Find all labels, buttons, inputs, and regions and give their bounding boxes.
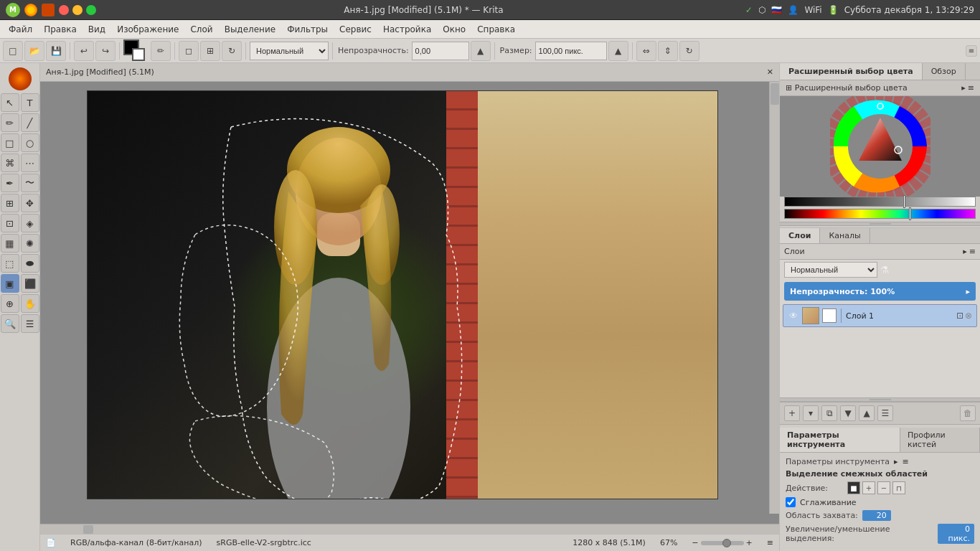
hscroll-thumb[interactable]: [83, 525, 93, 534]
canvas-tab[interactable]: Аня-1.jpg [Modified] (5.1M) ✕: [40, 63, 779, 82]
opacity-up[interactable]: ▲: [471, 41, 491, 61]
transform-tool[interactable]: ⊞: [1, 194, 19, 212]
vscroll-thumb[interactable]: [771, 83, 779, 105]
canvas-close-btn[interactable]: ✕: [767, 67, 773, 77]
menu-select[interactable]: Выделение: [219, 22, 281, 37]
contiguous-sel-tool[interactable]: ▣: [1, 274, 19, 293]
menu-help[interactable]: Справка: [471, 22, 521, 37]
layer-visibility-icon[interactable]: 👁: [788, 310, 799, 321]
delete-layer-btn[interactable]: 🗑: [960, 405, 976, 421]
reference-tool[interactable]: ☰: [21, 314, 39, 333]
layer-item[interactable]: 👁 Слой 1 ⊡ ⊗: [783, 304, 977, 327]
gradient-tool[interactable]: ▦: [1, 234, 19, 253]
tab-layers[interactable]: Слои: [780, 228, 820, 243]
zoom-slider[interactable]: − +: [692, 538, 752, 547]
close-button[interactable]: [59, 5, 69, 15]
panel-collapse-icon[interactable]: ▸: [961, 83, 966, 93]
opacity-input[interactable]: [412, 42, 469, 60]
dark-gradient-bar[interactable]: [784, 197, 976, 207]
similar-sel-tool[interactable]: ⬛: [21, 274, 39, 293]
tab-brush-profiles[interactable]: Профили кистей: [900, 428, 980, 452]
redo-button[interactable]: ↪: [95, 41, 116, 61]
grow-value[interactable]: 0 пикс.: [938, 524, 974, 544]
ellipse-tool[interactable]: ○: [21, 133, 39, 152]
copy-layer-btn[interactable]: ⧉: [821, 405, 837, 421]
fill-tool[interactable]: ◈: [21, 214, 39, 232]
capture-value[interactable]: 20: [862, 510, 891, 521]
vertical-scrollbar[interactable]: [769, 82, 779, 514]
freehand-select-tool[interactable]: ⌘: [1, 154, 19, 172]
menu-image[interactable]: Изображение: [111, 22, 184, 37]
undo-button[interactable]: ↩: [74, 41, 94, 61]
background-color[interactable]: [132, 48, 145, 61]
hue-bar-handle[interactable]: [909, 207, 911, 220]
zoom-tool[interactable]: 🔍: [1, 314, 19, 333]
add-layer-arrow[interactable]: ▾: [803, 405, 819, 421]
menu-layer[interactable]: Слой: [184, 22, 218, 37]
multi-brush-tool[interactable]: ✺: [21, 234, 39, 253]
layer-action-1[interactable]: ⊡: [956, 311, 963, 321]
layer-opacity-row[interactable]: Непрозрачность: 100% ▸: [784, 282, 976, 301]
layer-blend-select[interactable]: Нормальный: [784, 262, 877, 278]
menu-view[interactable]: Вид: [83, 22, 111, 37]
action-intersect[interactable]: ⊓: [892, 481, 905, 494]
colorpicker-tool[interactable]: ⊕: [1, 294, 19, 313]
minimize-button[interactable]: [72, 5, 83, 15]
menu-window[interactable]: Окно: [437, 22, 471, 37]
layers-options-icon[interactable]: ≡: [969, 247, 976, 256]
settings-button[interactable]: ≡: [966, 45, 977, 57]
mirror-v-button[interactable]: ⇕: [658, 41, 678, 61]
canvas-viewport[interactable]: [40, 82, 779, 524]
menu-edit[interactable]: Правка: [38, 22, 83, 37]
layer-up-btn[interactable]: ▲: [859, 405, 875, 421]
select-tool[interactable]: ↖: [1, 93, 19, 112]
horizontal-scrollbar[interactable]: [40, 524, 779, 534]
line-tool[interactable]: ╱: [21, 113, 39, 132]
maximize-button[interactable]: [86, 5, 96, 15]
brush-tool[interactable]: ✏: [1, 113, 19, 132]
menu-filters[interactable]: Фильтры: [281, 22, 334, 37]
action-add[interactable]: +: [862, 481, 875, 494]
dark-bar-handle[interactable]: [903, 195, 905, 208]
layer-settings-btn[interactable]: ☰: [877, 405, 893, 421]
hue-bar[interactable]: [784, 209, 976, 219]
rect-tool[interactable]: □: [1, 133, 19, 152]
size-up[interactable]: ▲: [608, 41, 628, 61]
move-tool[interactable]: ✥: [21, 194, 39, 212]
eraser-toggle[interactable]: ◻: [179, 41, 199, 61]
save-button[interactable]: 💾: [46, 41, 66, 61]
color-section-sep[interactable]: [780, 222, 980, 226]
window-controls[interactable]: [59, 5, 96, 15]
tool-opts-settings[interactable]: ≡: [903, 457, 909, 466]
menu-service[interactable]: Сервис: [334, 22, 377, 37]
color-swatches[interactable]: [123, 39, 149, 62]
add-layer-btn[interactable]: +: [784, 405, 800, 421]
text-tool[interactable]: T: [21, 93, 39, 112]
new-doc-button[interactable]: □: [3, 41, 23, 61]
zoom-out-icon[interactable]: −: [692, 538, 698, 547]
smooth-checkbox[interactable]: [786, 497, 796, 507]
layer-action-2[interactable]: ⊗: [965, 311, 972, 321]
action-replace[interactable]: ■: [847, 481, 860, 494]
layer-filter-icon[interactable]: ⚗: [880, 264, 890, 276]
menu-file[interactable]: Файл: [3, 22, 38, 37]
layers-expand-icon[interactable]: ▸: [963, 247, 967, 256]
color-wheel-area[interactable]: [780, 96, 980, 197]
foreground-color[interactable]: [123, 39, 139, 55]
smudge-tool[interactable]: 〜: [21, 174, 39, 192]
blend-mode-select[interactable]: Нормальный: [250, 42, 329, 60]
alpha-button[interactable]: ⊞: [200, 41, 220, 61]
action-subtract[interactable]: −: [877, 481, 890, 494]
pan-tool[interactable]: ✋: [21, 294, 39, 313]
crop-tool[interactable]: ⊡: [1, 214, 19, 232]
tab-channels[interactable]: Каналы: [820, 228, 870, 243]
tab-tool-params[interactable]: Параметры инструмента: [780, 428, 900, 452]
wrap-button[interactable]: ↻: [222, 41, 242, 61]
rect-select-tool[interactable]: ⬚: [1, 254, 19, 273]
mirror-r-button[interactable]: ↻: [679, 41, 699, 61]
path-tool[interactable]: ✒: [1, 174, 19, 192]
open-button[interactable]: 📂: [24, 41, 44, 61]
mirror-h-button[interactable]: ⇔: [636, 41, 656, 61]
size-input[interactable]: [535, 42, 607, 60]
panel-options-icon[interactable]: ≡: [968, 83, 974, 93]
